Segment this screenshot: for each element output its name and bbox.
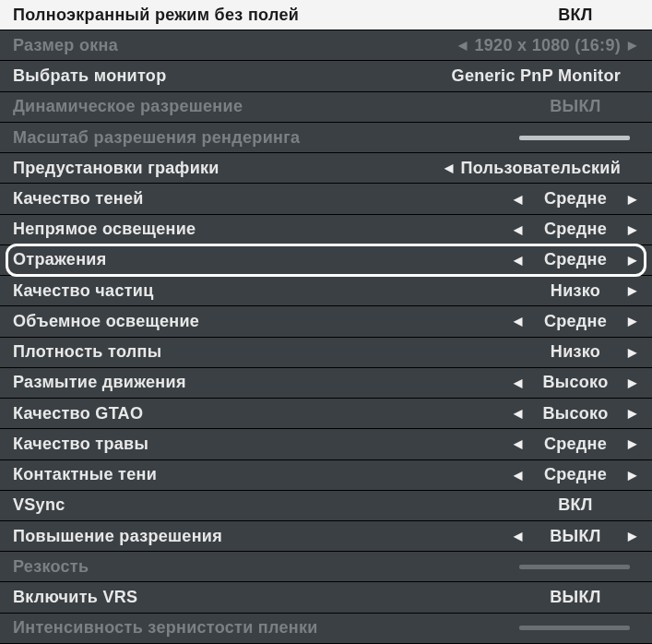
- arrow-right-icon[interactable]: ▶: [626, 437, 639, 450]
- setting-row-reflections[interactable]: Отражения◀Средне▶: [0, 245, 652, 276]
- setting-value-wrap: [445, 136, 639, 140]
- setting-value: Низко: [525, 281, 626, 301]
- setting-label: Масштаб разрешения рендеринга: [13, 128, 445, 148]
- setting-row-vsync[interactable]: VSync◀ВКЛ▶: [0, 491, 652, 521]
- setting-value-wrap: ◀Средне▶: [445, 435, 639, 454]
- arrow-left-icon[interactable]: ◀: [512, 469, 525, 482]
- setting-row-contact-shadows[interactable]: Контактные тени◀Средне▶: [0, 460, 652, 491]
- arrow-left-icon[interactable]: ◀: [512, 223, 525, 236]
- setting-value-wrap: ◀Низко▶: [445, 281, 639, 301]
- setting-row-window-size: Размер окна◀1920 x 1080 (16:9)▶: [0, 30, 652, 61]
- setting-row-vrs-enable[interactable]: Включить VRS◀ВЫКЛ▶: [0, 582, 652, 613]
- setting-label: Объемное освещение: [13, 312, 445, 331]
- setting-value: ВКЛ: [525, 495, 626, 515]
- setting-label: Размытие движения: [13, 373, 445, 392]
- slider-track: [519, 565, 630, 569]
- setting-value-wrap: ◀Средне▶: [445, 220, 639, 239]
- setting-value: ВЫКЛ: [525, 527, 626, 546]
- setting-value-wrap: ◀Низко▶: [445, 342, 639, 362]
- slider-track: [519, 136, 630, 140]
- arrow-left-icon[interactable]: ◀: [512, 407, 525, 420]
- slider-fill: [519, 136, 630, 140]
- setting-row-particle-quality[interactable]: Качество частиц◀Низко▶: [0, 276, 652, 306]
- setting-row-gtao-quality[interactable]: Качество GTAO◀Высоко▶: [0, 399, 652, 429]
- setting-value: Средне: [525, 250, 626, 269]
- arrow-left-icon[interactable]: ◀: [512, 193, 525, 206]
- setting-label: Плотность толпы: [13, 342, 445, 362]
- setting-label: Резкость: [13, 557, 445, 577]
- setting-label: Качество теней: [13, 189, 445, 209]
- setting-label: Включить VRS: [13, 588, 445, 607]
- setting-row-select-monitor[interactable]: Выбрать монитор◀Generic PnP Monitor▶: [0, 61, 652, 91]
- slider-track: [519, 626, 630, 630]
- setting-label: Повышение разрешения: [13, 527, 445, 546]
- arrow-right-icon[interactable]: ▶: [626, 407, 639, 420]
- setting-row-resolution-upscale[interactable]: Повышение разрешения◀ВЫКЛ▶: [0, 521, 652, 552]
- setting-value: Средне: [525, 189, 626, 209]
- setting-row-crowd-density[interactable]: Плотность толпы◀Низко▶: [0, 338, 652, 368]
- setting-row-grass-quality[interactable]: Качество травы◀Средне▶: [0, 429, 652, 459]
- setting-value: Средне: [525, 465, 626, 484]
- setting-row-graphics-preset[interactable]: Предустановки графики◀Пользовательский▶: [0, 153, 652, 184]
- arrow-left-icon[interactable]: ◀: [442, 161, 455, 174]
- setting-value: Средне: [525, 312, 626, 331]
- setting-label: Динамическое разрешение: [13, 97, 445, 116]
- arrow-right-icon[interactable]: ▶: [626, 530, 639, 543]
- setting-label: Контактные тени: [13, 465, 445, 484]
- setting-value-wrap: ◀Средне▶: [445, 250, 639, 269]
- setting-row-shadow-quality[interactable]: Качество теней◀Средне▶: [0, 184, 652, 214]
- setting-value: ВЫКЛ: [525, 97, 626, 116]
- setting-label: VSync: [13, 495, 445, 515]
- setting-value-wrap: [445, 565, 639, 569]
- setting-row-volumetric-lighting[interactable]: Объемное освещение◀Средне▶: [0, 306, 652, 337]
- setting-label: Качество GTAO: [13, 404, 445, 423]
- setting-label: Предустановки графики: [13, 159, 442, 178]
- setting-value-wrap: ◀Пользовательский▶: [442, 159, 639, 178]
- setting-value: Generic PnP Monitor: [446, 66, 626, 86]
- setting-label: Отражения: [13, 250, 445, 269]
- setting-value: Высоко: [525, 404, 626, 423]
- setting-value: Средне: [525, 220, 626, 239]
- arrow-right-icon: ▶: [626, 39, 639, 52]
- setting-value-wrap: ◀Высоко▶: [445, 373, 639, 392]
- setting-value-wrap: ◀Generic PnP Monitor▶: [433, 66, 639, 86]
- arrow-right-icon[interactable]: ▶: [626, 284, 639, 297]
- setting-value-wrap: ◀ВКЛ▶: [445, 6, 639, 25]
- setting-value: Низко: [525, 342, 626, 362]
- setting-label: Качество частиц: [13, 281, 445, 301]
- setting-value: Высоко: [525, 373, 626, 392]
- setting-label: Качество травы: [13, 435, 445, 454]
- setting-value-wrap: ◀ВЫКЛ▶: [445, 527, 639, 546]
- arrow-right-icon[interactable]: ▶: [626, 254, 639, 267]
- setting-value: Средне: [525, 435, 626, 454]
- arrow-left-icon[interactable]: ◀: [512, 376, 525, 389]
- setting-value-wrap: ◀Высоко▶: [445, 404, 639, 423]
- setting-value-wrap: [445, 626, 639, 630]
- setting-label: Выбрать монитор: [13, 66, 433, 86]
- setting-row-sharpness: Резкость: [0, 552, 652, 582]
- arrow-right-icon[interactable]: ▶: [626, 223, 639, 236]
- setting-label: Непрямое освещение: [13, 220, 445, 239]
- setting-value-wrap: ◀1920 x 1080 (16:9)▶: [445, 36, 639, 55]
- arrow-right-icon[interactable]: ▶: [626, 193, 639, 206]
- arrow-right-icon[interactable]: ▶: [626, 376, 639, 389]
- arrow-left-icon[interactable]: ◀: [512, 437, 525, 450]
- setting-value: 1920 x 1080 (16:9): [468, 36, 626, 55]
- setting-row-motion-blur[interactable]: Размытие движения◀Высоко▶: [0, 368, 652, 399]
- setting-value: ВКЛ: [525, 6, 626, 25]
- setting-row-fullscreen-borderless[interactable]: Полноэкранный режим без полей◀ВКЛ▶: [0, 0, 652, 30]
- arrow-right-icon[interactable]: ▶: [626, 346, 639, 359]
- arrow-left-icon[interactable]: ◀: [512, 530, 525, 543]
- setting-value-wrap: ◀ВЫКЛ▶: [445, 97, 639, 116]
- setting-row-indirect-lighting[interactable]: Непрямое освещение◀Средне▶: [0, 215, 652, 245]
- setting-value-wrap: ◀Средне▶: [445, 465, 639, 484]
- arrow-left-icon: ◀: [456, 39, 468, 52]
- arrow-right-icon[interactable]: ▶: [626, 315, 639, 328]
- setting-row-film-grain: Интенсивность зернистости пленки: [0, 614, 652, 644]
- arrow-left-icon[interactable]: ◀: [512, 315, 525, 328]
- arrow-left-icon[interactable]: ◀: [512, 254, 525, 267]
- setting-label: Размер окна: [13, 36, 445, 55]
- setting-value-wrap: ◀Средне▶: [445, 312, 639, 331]
- arrow-right-icon[interactable]: ▶: [626, 469, 639, 482]
- settings-list: Полноэкранный режим без полей◀ВКЛ▶Размер…: [0, 0, 652, 644]
